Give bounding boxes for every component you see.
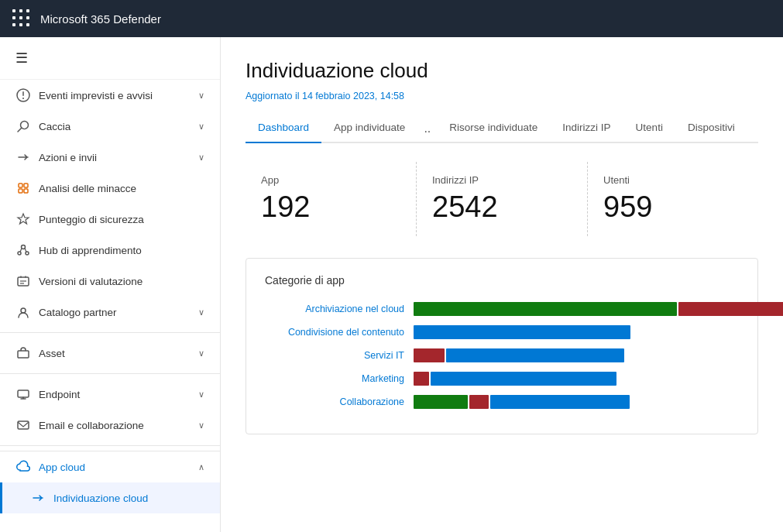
- sidebar-item-caccia[interactable]: Caccia∨: [0, 111, 220, 142]
- bar-segment: [490, 395, 630, 409]
- stat-value: 192: [261, 190, 400, 224]
- bar-segment: [414, 325, 630, 339]
- score-icon: [15, 211, 31, 227]
- endpoint-icon: [15, 386, 31, 402]
- tab-..[interactable]: ..: [417, 115, 437, 142]
- sidebar-item-eventi[interactable]: Eventi imprevisti e avvisi∨: [0, 80, 220, 111]
- tabs-bar: DashboardApp individuate..Risorse indivi…: [246, 115, 758, 143]
- sidebar-item-label: Versioni di valutazione: [39, 276, 204, 287]
- bar-row: Servizi IT: [265, 348, 739, 362]
- sidebar-item-label: Caccia: [39, 121, 191, 132]
- svg-rect-17: [18, 390, 29, 397]
- sidebar-item-individuazione[interactable]: Individuazione cloud: [0, 482, 220, 513]
- sidebar-item-label: Asset: [39, 348, 191, 359]
- bar-row: Collaborazione: [265, 395, 739, 409]
- apps-grid-icon[interactable]: [12, 9, 31, 28]
- page-title: Individuazione cloud: [246, 59, 758, 83]
- bar-segment: [469, 395, 489, 409]
- bar-segment: [431, 372, 616, 386]
- svg-rect-1: [22, 91, 24, 96]
- stat-card-utenti: Utenti959: [588, 162, 758, 236]
- svg-rect-18: [18, 421, 29, 429]
- sidebar-item-versioni[interactable]: Versioni di valutazione: [0, 266, 220, 297]
- chevron-down-icon: ∨: [198, 122, 204, 132]
- sidebar-item-endpoint[interactable]: Endpoint∨: [0, 379, 220, 410]
- sidebar-item-azioni[interactable]: Azioni e invii∨: [0, 142, 220, 173]
- tab-dispositivi[interactable]: Dispositivi: [675, 115, 747, 143]
- stat-value: 959: [603, 190, 743, 224]
- stats-row: App192Indirizzi IP2542Utenti959: [246, 162, 758, 236]
- bar-label[interactable]: Archiviazione nel cloud: [265, 304, 404, 314]
- hamburger-button[interactable]: ☰: [0, 37, 220, 80]
- sidebar-item-label: Eventi imprevisti e avvisi: [39, 90, 191, 101]
- bar-track: [414, 325, 739, 339]
- chevron-down-icon: ∨: [198, 420, 204, 431]
- stat-label: App: [261, 174, 400, 186]
- chevron-down-icon: ∨: [198, 153, 204, 163]
- sidebar-item-label: Individuazione cloud: [53, 493, 204, 504]
- sidebar-item-analisi[interactable]: Analisi delle minacce: [0, 173, 220, 204]
- svg-line-10: [20, 249, 22, 252]
- svg-rect-3: [19, 184, 22, 187]
- sidebar-item-label: Email e collaborazione: [39, 420, 191, 431]
- bar-label[interactable]: Condivisione del contenuto: [265, 327, 404, 338]
- topbar: Microsoft 365 Defender: [0, 0, 783, 37]
- bar-segment: [414, 372, 429, 386]
- partner-icon: [15, 304, 31, 320]
- tab-risorse-individuate[interactable]: Risorse individuate: [437, 115, 550, 143]
- sidebar-item-label: Hub di apprendimento: [39, 245, 204, 256]
- bar-label[interactable]: Marketing: [265, 373, 404, 384]
- asset-icon: [15, 345, 31, 361]
- hub-icon: [15, 242, 31, 258]
- tab-indirizzi-ip[interactable]: Indirizzi IP: [550, 115, 623, 143]
- svg-rect-4: [24, 184, 28, 187]
- bar-segment: [446, 348, 624, 362]
- bar-segment: [414, 302, 677, 316]
- alert-icon: [15, 88, 31, 103]
- tab-utenti[interactable]: Utenti: [623, 115, 675, 143]
- action-icon: [15, 149, 31, 165]
- bar-label[interactable]: Servizi IT: [265, 350, 404, 361]
- stat-card-app: App192: [246, 162, 417, 236]
- cloud-icon: [15, 459, 31, 475]
- bar-row: Archiviazione nel cloud: [265, 302, 739, 316]
- discover-icon: [30, 490, 46, 506]
- sidebar-item-asset[interactable]: Asset∨: [0, 338, 220, 369]
- bar-row: Condivisione del contenuto: [265, 325, 739, 339]
- bar-segment: [414, 395, 468, 409]
- chevron-down-icon: ∨: [198, 348, 204, 359]
- tab-dashboard[interactable]: Dashboard: [246, 115, 321, 143]
- bar-segment: [414, 348, 445, 362]
- app-title: Microsoft 365 Defender: [40, 12, 161, 26]
- main-content: Individuazione cloud Aggiornato il 14 fe…: [221, 37, 783, 532]
- tab-app-individuate[interactable]: App individuate: [321, 115, 417, 143]
- chevron-down-icon: ∨: [198, 390, 204, 400]
- chevron-down-icon: ∨: [198, 91, 204, 101]
- sidebar-item-label: Catalogo partner: [39, 307, 191, 318]
- sidebar-item-label: Endpoint: [39, 389, 191, 400]
- chart-section: Categorie di app Archiviazione nel cloud…: [246, 258, 758, 434]
- chevron-down-icon: ∨: [198, 307, 204, 317]
- sidebar-item-label: Azioni e invii: [39, 152, 191, 163]
- threat-icon: [15, 180, 31, 196]
- eval-icon: [15, 273, 31, 289]
- sidebar-item-email[interactable]: Email e collaborazione∨: [0, 410, 220, 441]
- svg-line-11: [25, 249, 26, 252]
- svg-rect-6: [24, 189, 28, 193]
- sidebar-item-appcloud[interactable]: App cloud∧: [0, 451, 220, 482]
- email-icon: [15, 417, 31, 433]
- sidebar-item-hub[interactable]: Hub di apprendimento: [0, 235, 220, 266]
- bar-track: [414, 348, 739, 362]
- stat-value: 2542: [432, 190, 572, 224]
- stat-label: Indirizzi IP: [432, 174, 572, 186]
- hunt-icon: [15, 118, 31, 134]
- sidebar: ☰ Eventi imprevisti e avvisi∨Caccia∨Azio…: [0, 37, 221, 532]
- bar-label[interactable]: Collaborazione: [265, 396, 404, 407]
- bar-track: [414, 372, 739, 386]
- sidebar-item-punteggio[interactable]: Punteggio di sicurezza: [0, 204, 220, 235]
- svg-point-2: [22, 98, 24, 99]
- chart-title: Categorie di app: [265, 274, 739, 287]
- sidebar-item-catalogo[interactable]: Catalogo partner∨: [0, 297, 220, 328]
- bar-row: Marketing: [265, 372, 739, 386]
- chevron-down-icon: ∧: [198, 462, 204, 472]
